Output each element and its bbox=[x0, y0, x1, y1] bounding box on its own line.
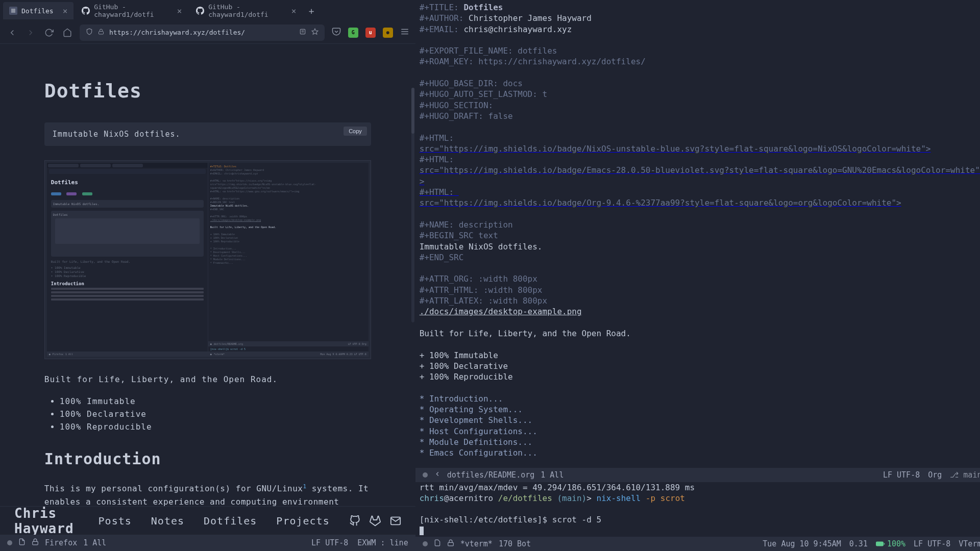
buffer-name: Firefox bbox=[45, 538, 77, 547]
file-icon bbox=[434, 539, 441, 548]
tab-label: GitHub - chayward1/dotfi bbox=[208, 3, 282, 18]
clock: Tue Aug 10 9:45AM bbox=[763, 539, 841, 548]
url-toolbar: https://chrishayward.xyz/dotfiles/ G u ● bbox=[0, 21, 415, 44]
brand[interactable]: Chris Hayward bbox=[14, 506, 74, 536]
desktop-screenshot: Dotfiles Immutable NixOS dotfiles. Dotfi… bbox=[44, 160, 371, 359]
url-input[interactable]: https://chrishayward.xyz/dotfiles/ bbox=[80, 24, 325, 41]
tab-github-2[interactable]: GitHub - chayward1/dotfi × bbox=[190, 2, 302, 19]
copy-button[interactable]: Copy bbox=[344, 127, 367, 136]
terminal-line bbox=[420, 504, 980, 514]
shield-icon bbox=[86, 28, 93, 37]
back-button[interactable] bbox=[6, 27, 18, 39]
buffer-position: 1 All bbox=[83, 538, 106, 547]
code-text: Immutable NixOS dotfiles. bbox=[53, 130, 181, 139]
intro-paragraph: This is my personal configuration(s) for… bbox=[44, 480, 371, 506]
github-icon bbox=[196, 7, 204, 15]
pocket-icon[interactable] bbox=[332, 27, 341, 38]
svg-rect-1 bbox=[99, 32, 104, 35]
left-modeline: Firefox 1 All LF UTF-8 EXWM : line bbox=[0, 535, 415, 551]
gitlab-icon[interactable] bbox=[370, 515, 381, 527]
extension-icon[interactable]: G bbox=[348, 28, 358, 38]
svg-rect-10 bbox=[33, 541, 38, 544]
major-mode: Org bbox=[928, 470, 942, 480]
close-icon[interactable]: × bbox=[63, 6, 68, 16]
back-icon bbox=[434, 470, 441, 480]
status-dot-icon bbox=[7, 540, 12, 545]
tab-label: GitHub - chayward1/dotfi bbox=[94, 3, 167, 18]
page-title: Dotfiles bbox=[44, 80, 371, 102]
svg-rect-12 bbox=[876, 542, 884, 546]
editor-modeline: dotfiles/README.org 1 All LF UTF-8 Org ⎇… bbox=[415, 468, 980, 482]
git-branch: ⎇ main bbox=[950, 470, 980, 480]
menu-icon[interactable] bbox=[400, 27, 409, 38]
nav-posts[interactable]: Posts bbox=[99, 515, 132, 527]
tab-github-1[interactable]: GitHub - chayward1/dotfi × bbox=[76, 2, 188, 19]
list-item: 100% Reproducible bbox=[60, 422, 371, 432]
forward-button[interactable] bbox=[24, 27, 37, 39]
list-item: 100% Immutable bbox=[60, 396, 371, 406]
terminal-line: rtt min/avg/max/mdev = 49.294/186.651/36… bbox=[420, 482, 980, 493]
editor-buffer[interactable]: #+TITLE: Dotfiles #+AUTHOR: Christopher … bbox=[415, 0, 980, 468]
favicon-icon bbox=[9, 7, 17, 15]
status-dot-icon bbox=[423, 472, 428, 478]
buffer-position: 170 Bot bbox=[499, 539, 531, 548]
mail-icon[interactable] bbox=[390, 515, 401, 527]
major-mode: VTerm bbox=[959, 539, 980, 548]
file-icon bbox=[18, 538, 26, 547]
intro-heading: Introduction bbox=[44, 450, 371, 468]
terminal[interactable]: rtt min/avg/max/mdev = 49.294/186.651/36… bbox=[415, 482, 980, 537]
ublock-icon[interactable]: u bbox=[365, 28, 376, 38]
reload-button[interactable] bbox=[43, 27, 55, 39]
terminal-line: [nix-shell:/etc/dotfiles]$ scrot -d 5 bbox=[420, 514, 980, 525]
buffer-path: dotfiles/README.org bbox=[447, 470, 535, 480]
encoding: LF UTF-8 bbox=[914, 539, 950, 548]
battery-indicator: 100% bbox=[876, 539, 905, 548]
list-item: 100% Declarative bbox=[60, 409, 371, 419]
buffer-name: *vterm* bbox=[460, 539, 493, 548]
tagline: Built for Life, Liberty, and the Open Ro… bbox=[44, 374, 371, 384]
right-modeline: *vterm* 170 Bot Tue Aug 10 9:45AM 0.31 1… bbox=[415, 537, 980, 551]
lock-icon bbox=[447, 539, 454, 548]
url-text: https://chrishayward.xyz/dotfiles/ bbox=[109, 29, 245, 36]
lock-icon bbox=[32, 538, 39, 547]
buffer-position: 1 All bbox=[541, 470, 564, 480]
terminal-cursor-line bbox=[420, 525, 980, 536]
home-button[interactable] bbox=[61, 27, 74, 39]
close-icon[interactable]: × bbox=[291, 6, 297, 16]
encoding: LF UTF-8 bbox=[311, 538, 348, 547]
bookmark-icon[interactable] bbox=[311, 28, 318, 37]
svg-marker-5 bbox=[312, 29, 318, 34]
lock-icon bbox=[98, 29, 104, 36]
load-avg: 0.31 bbox=[849, 539, 868, 548]
site-nav: Chris Hayward Posts Notes Dotfiles Proje… bbox=[0, 506, 415, 535]
new-tab-button[interactable]: + bbox=[304, 4, 318, 18]
feature-list: 100% Immutable 100% Declarative 100% Rep… bbox=[44, 396, 371, 432]
encoding: LF UTF-8 bbox=[883, 470, 920, 480]
reader-icon[interactable] bbox=[299, 28, 306, 37]
major-mode: EXWM : line bbox=[357, 538, 408, 547]
svg-rect-11 bbox=[448, 542, 453, 545]
tab-label: Dotfiles bbox=[21, 7, 54, 15]
close-icon[interactable]: × bbox=[177, 6, 182, 16]
tab-dotfiles[interactable]: Dotfiles × bbox=[3, 2, 74, 19]
status-dot-icon bbox=[423, 541, 428, 546]
code-block: Immutable NixOS dotfiles. Copy bbox=[44, 122, 371, 146]
nav-projects[interactable]: Projects bbox=[276, 515, 329, 527]
browser-tab-strip: Dotfiles × GitHub - chayward1/dotfi × Gi… bbox=[0, 0, 415, 21]
terminal-line: chris@acernitro /e/dotfiles (main)> nix-… bbox=[420, 493, 980, 504]
github-icon bbox=[82, 7, 90, 15]
nav-notes[interactable]: Notes bbox=[151, 515, 184, 527]
nav-dotfiles[interactable]: Dotfiles bbox=[204, 515, 257, 527]
github-icon[interactable] bbox=[349, 515, 360, 527]
extension-icon-2[interactable]: ● bbox=[383, 28, 393, 38]
